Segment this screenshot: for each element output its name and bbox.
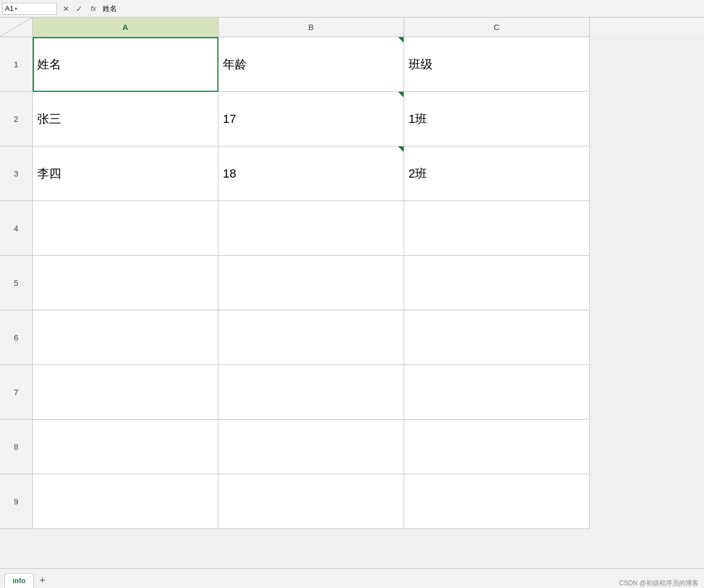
add-sheet-button[interactable]: + <box>36 574 49 587</box>
watermark: CSDN @初级程序员的博客 <box>619 579 699 588</box>
row-4: 4 <box>0 201 704 256</box>
rows-container: 1姓名年龄班级2张三171班3李四182班456789 <box>0 37 704 529</box>
cell-B6[interactable] <box>218 310 404 365</box>
row-number-3[interactable]: 3 <box>0 146 33 201</box>
row-2: 2张三171班 <box>0 92 704 146</box>
tab-bar: info + CSDN @初级程序员的博客 <box>0 568 704 588</box>
formula-icons: ✕ ✓ <box>61 4 84 13</box>
row-9: 9 <box>0 474 704 529</box>
tabs-container: info <box>4 573 34 588</box>
cell-C1[interactable]: 班级 <box>404 37 590 92</box>
cell-A9[interactable] <box>33 474 218 529</box>
row-number-5[interactable]: 5 <box>0 256 33 310</box>
col-header-B[interactable]: B <box>218 17 404 37</box>
tab-bar-right: CSDN @初级程序员的博客 <box>619 579 704 588</box>
row-7: 7 <box>0 365 704 420</box>
cell-B5[interactable] <box>218 256 404 310</box>
comment-indicator-B3 <box>398 146 404 152</box>
cell-B3[interactable]: 18 <box>218 146 404 201</box>
cell-C8[interactable] <box>404 420 590 474</box>
cell-C9[interactable] <box>404 474 590 529</box>
cell-reference-text: A1 <box>5 4 14 13</box>
cell-A8[interactable] <box>33 420 218 474</box>
cell-A7[interactable] <box>33 365 218 420</box>
cell-C6[interactable] <box>404 310 590 365</box>
cell-A5[interactable] <box>33 256 218 310</box>
rows-area: 1姓名年龄班级2张三171班3李四182班456789 <box>0 37 704 568</box>
cell-reference-box[interactable]: A1 ▾ <box>2 3 57 15</box>
row-number-4[interactable]: 4 <box>0 201 33 256</box>
cell-C4[interactable] <box>404 201 590 256</box>
cell-B2[interactable]: 17 <box>218 92 404 146</box>
row-number-1[interactable]: 1 <box>0 37 33 92</box>
row-8: 8 <box>0 420 704 474</box>
row-3: 3李四182班 <box>0 146 704 201</box>
cell-C3[interactable]: 2班 <box>404 146 590 201</box>
col-header-C[interactable]: C <box>404 17 590 37</box>
cell-A6[interactable] <box>33 310 218 365</box>
cell-A4[interactable] <box>33 201 218 256</box>
row-number-8[interactable]: 8 <box>0 420 33 474</box>
dropdown-icon[interactable]: ▾ <box>15 6 17 11</box>
row-5: 5 <box>0 256 704 310</box>
row-number-6[interactable]: 6 <box>0 310 33 365</box>
cell-A2[interactable]: 张三 <box>33 92 218 146</box>
cell-B7[interactable] <box>218 365 404 420</box>
confirm-icon[interactable]: ✓ <box>74 4 84 13</box>
cell-A3[interactable]: 李四 <box>33 146 218 201</box>
cell-B1[interactable]: 年龄 <box>218 37 404 92</box>
row-number-2[interactable]: 2 <box>0 92 33 146</box>
sheet-tab-info[interactable]: info <box>4 573 34 588</box>
comment-indicator-B2 <box>398 92 404 97</box>
corner-header <box>0 17 33 37</box>
row-6: 6 <box>0 310 704 365</box>
cancel-icon[interactable]: ✕ <box>61 4 71 13</box>
formula-input[interactable]: 姓名 <box>100 4 702 14</box>
cell-B4[interactable] <box>218 201 404 256</box>
cell-B8[interactable] <box>218 420 404 474</box>
col-header-A[interactable]: A <box>33 17 218 37</box>
cell-C7[interactable] <box>404 365 590 420</box>
row-number-9[interactable]: 9 <box>0 474 33 529</box>
cell-B9[interactable] <box>218 474 404 529</box>
fx-icon: fx <box>91 4 96 13</box>
col-headers-container: ABC <box>33 17 590 37</box>
row-number-7[interactable]: 7 <box>0 365 33 420</box>
spreadsheet: ABC 1姓名年龄班级2张三171班3李四182班456789 <box>0 17 704 568</box>
comment-indicator-B1 <box>398 37 404 43</box>
column-headers: ABC <box>0 17 704 37</box>
cell-A1[interactable]: 姓名 <box>33 37 218 92</box>
cell-C5[interactable] <box>404 256 590 310</box>
formula-bar: A1 ▾ ✕ ✓ fx 姓名 <box>0 0 704 17</box>
row-1: 1姓名年龄班级 <box>0 37 704 92</box>
cell-C2[interactable]: 1班 <box>404 92 590 146</box>
